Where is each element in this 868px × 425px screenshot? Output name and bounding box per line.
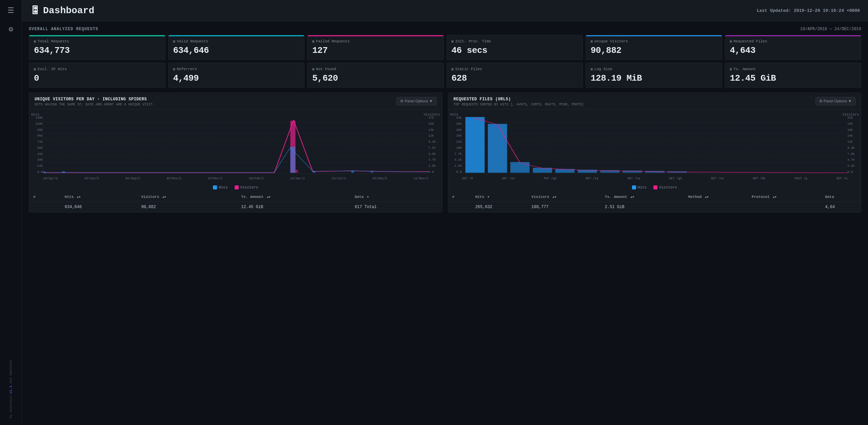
stat-referrers: ▦ Referrers 4,499 <box>168 63 305 88</box>
col-data[interactable]: Data ▼ <box>351 192 442 202</box>
visitors-chart-area: Hits Visitors <box>29 109 442 184</box>
visitors-chart-svg <box>43 116 429 174</box>
stat-label: ▦ Excl. IP Hits <box>34 67 160 71</box>
row-data: 617 Total <box>351 202 442 212</box>
row-data: 4,64 <box>821 202 861 212</box>
chart-icon: ▦ <box>34 67 36 71</box>
row-protocol <box>748 202 821 212</box>
stat-value: 0 <box>34 73 160 83</box>
col-visitors[interactable]: Visitors ▲▼ <box>527 192 601 202</box>
col-tx-amount[interactable]: Tx. Amount ▲▼ <box>237 192 351 202</box>
col-protocol[interactable]: Protocol ▲▼ <box>748 192 821 202</box>
chart-icon: ▦ <box>730 39 732 43</box>
files-panel-options-button[interactable]: ⚙ Panel Options ▼ <box>815 97 855 105</box>
settings-icon[interactable]: ⚙ <box>8 25 13 34</box>
files-chart-area: Hits Visitors <box>448 109 861 184</box>
col-num[interactable]: # <box>448 192 471 202</box>
stat-value: 12.45 GiB <box>730 73 856 83</box>
stat-valid-requests: ▦ Valid Requests 634,646 <box>168 35 305 60</box>
hits-legend-dot <box>213 185 217 189</box>
stat-value: 5,620 <box>312 73 439 83</box>
chart-icon: ▦ <box>312 67 314 71</box>
col-hits[interactable]: Hits ▼ <box>471 192 528 202</box>
chart-icon: ▦ <box>173 39 175 43</box>
files-visitors-legend-dot <box>653 185 657 189</box>
sidebar: ☰ ⚙ by GoAccess v1.3 and GWSocket <box>0 0 22 425</box>
col-data[interactable]: Data <box>821 192 861 202</box>
stat-value: 628 <box>452 73 578 83</box>
stat-label: ▦ Init. Proc. Time <box>452 39 578 43</box>
svg-rect-10 <box>510 162 530 173</box>
table-row: 634,646 90,882 12.45 GiB 617 Total <box>29 202 442 212</box>
row-tx-amount: 2.51 GiB <box>601 202 684 212</box>
chart-icon: ▦ <box>591 39 593 43</box>
row-tx-amount: 12.45 GiB <box>237 202 351 212</box>
files-table: # Hits ▼ Visitors ▲▼ Tx. Amount ▲▼ Metho… <box>448 192 861 212</box>
last-updated: Last Updated: 2019-12-26 19:16:24 +0000 <box>757 8 860 13</box>
watermark: by GoAccess v1.3 and GWSocket <box>9 359 13 418</box>
files-panel-header: REQUESTED FILES (URLS) TOP REQUESTS SORT… <box>448 93 861 109</box>
stat-label: ▦ Log Size <box>591 67 717 71</box>
header-title: 🎛 Dashboard <box>30 5 94 16</box>
stat-label: ▦ Not Found <box>312 67 439 71</box>
col-num[interactable]: # <box>29 192 61 202</box>
overall-title: OVERALL ANALYZED REQUESTS <box>29 27 98 32</box>
stat-value: 634,773 <box>34 45 160 56</box>
overall-section-header: OVERALL ANALYZED REQUESTS 19/APR/2018 — … <box>29 27 861 32</box>
stats-grid-row1: ▦ Total Requests 634,773 ▦ Valid Request… <box>29 35 861 60</box>
stat-label: ▦ Unique Visitors <box>591 39 717 43</box>
files-table-header-row: # Hits ▼ Visitors ▲▼ Tx. Amount ▲▼ Metho… <box>448 192 861 202</box>
files-chart-svg <box>462 116 848 174</box>
stats-grid-row2: ▦ Excl. IP Hits 0 ▦ Referrers 4,499 ▦ No… <box>29 63 861 88</box>
stat-value: 127 <box>312 45 439 56</box>
stat-label: ▦ Tx. Amount <box>730 67 856 71</box>
main-content: 🎛 Dashboard Last Updated: 2019-12-26 19:… <box>22 0 868 425</box>
row-visitors: 188,777 <box>527 202 601 212</box>
files-y-axis-left: 23k 20k 18k 15k 13k 10k 7.7k 5.1k 2.6k 0… <box>450 116 462 174</box>
files-chart-legend: Hits Visitors <box>448 184 861 192</box>
chart-x-labels: 19/Apr/2 28/Jun/2 04/Sep/2 03/Nov/2 23/D… <box>43 177 429 180</box>
stat-value: 4,643 <box>730 45 856 56</box>
row-hits: 634,646 <box>61 202 137 212</box>
y-axis-left: 130k 110k 99k 85k 71k 56k 42k 28k 14k 0.… <box>31 116 43 174</box>
files-panel-subtitle: TOP REQUESTS SORTED BY HITS [, AVGTS, CU… <box>454 103 584 106</box>
files-legend-visitors: Visitors <box>653 185 677 189</box>
svg-rect-4 <box>290 147 295 173</box>
svg-rect-9 <box>488 124 507 173</box>
stat-label: ▦ Failed Requests <box>312 39 439 43</box>
panels-row: UNIQUE VISITORS PER DAY - INCLUDING SPID… <box>29 93 861 212</box>
date-range: 19/APR/2018 — 24/DEC/2019 <box>800 27 861 32</box>
visitors-table: # Hits ▲▼ Visitors ▲▼ Tx. Amount ▲▼ Data… <box>29 192 442 212</box>
row-visitors: 90,882 <box>137 202 237 212</box>
files-y-axis-right: 21k 19k 16k 14k 12k 9.4k 7.0k 4.7k 2.3k … <box>847 116 859 174</box>
legend-visitors: Visitors <box>235 185 258 189</box>
visitors-panel-options-button[interactable]: ⚙ Panel Options ▼ <box>396 97 436 105</box>
row-num <box>29 202 61 212</box>
row-hits: 265,632 <box>471 202 528 212</box>
files-panel: REQUESTED FILES (URLS) TOP REQUESTS SORT… <box>448 93 862 212</box>
stat-value: 634,646 <box>173 45 300 56</box>
stat-log-size: ▦ Log Size 128.19 MiB <box>586 63 722 88</box>
visitors-legend-dot <box>235 185 239 189</box>
visitors-panel-subtitle: HITS HAVING THE SAME IP, DATE AND AGENT … <box>35 103 155 106</box>
stat-label: ▦ Total Requests <box>34 39 160 43</box>
files-chart-plot: GET /H GET /un PUT /gh GET /ta GET /ta G… <box>462 116 848 174</box>
stat-not-found: ▦ Not Found 5,620 <box>307 63 444 88</box>
visitors-panel-header: UNIQUE VISITORS PER DAY - INCLUDING SPID… <box>29 93 442 109</box>
files-legend-hits: Hits <box>632 185 647 189</box>
menu-icon[interactable]: ☰ <box>7 6 14 15</box>
stat-label: ▦ Requested Files <box>730 39 856 43</box>
col-method[interactable]: Method ▲▼ <box>684 192 748 202</box>
col-visitors[interactable]: Visitors ▲▼ <box>137 192 237 202</box>
chart-icon: ▦ <box>452 67 454 71</box>
col-hits[interactable]: Hits ▲▼ <box>61 192 137 202</box>
stat-value: 46 secs <box>452 45 578 56</box>
chart-icon: ▦ <box>173 67 175 71</box>
stat-value: 90,882 <box>591 45 717 56</box>
stat-static-files: ▦ Static Files 628 <box>447 63 583 88</box>
table-row: 265,632 188,777 2.51 GiB 4,64 <box>448 202 861 212</box>
stat-excl-ip-hits: ▦ Excl. IP Hits 0 <box>29 63 165 88</box>
stat-label: ▦ Static Files <box>452 67 578 71</box>
header: 🎛 Dashboard Last Updated: 2019-12-26 19:… <box>22 0 868 21</box>
col-tx-amount[interactable]: Tx. Amount ▲▼ <box>601 192 684 202</box>
